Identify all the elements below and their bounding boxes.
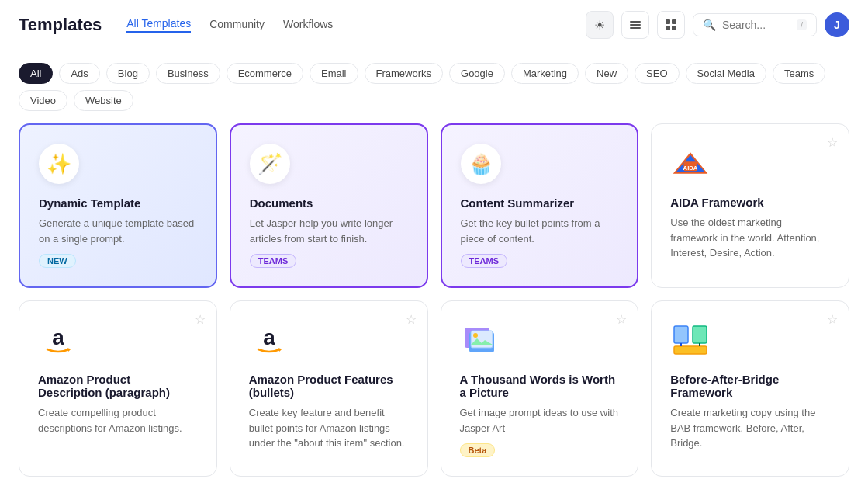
svg-text:AIDA: AIDA	[683, 165, 698, 172]
filter-pill-frameworks[interactable]: Frameworks	[365, 63, 444, 84]
svg-rect-20	[674, 346, 707, 354]
card-title: AIDA Framework	[670, 196, 830, 209]
card-icon: ✨	[39, 144, 79, 184]
card-title: Before-After-Bridge Framework	[670, 373, 830, 399]
card-badge: TEAMS	[461, 254, 508, 268]
card-badge: NEW	[39, 254, 76, 268]
card-amazon-product-features[interactable]: ☆ a Amazon Product Features (bullets) Cr…	[230, 300, 428, 477]
list-view-button[interactable]	[621, 11, 649, 39]
svg-point-16	[473, 333, 478, 338]
filter-pill-blog[interactable]: Blog	[106, 63, 150, 84]
card-desc: Generate a unique template based on a si…	[39, 216, 197, 246]
card-icon: a	[249, 320, 289, 360]
card-icon: 🪄	[250, 144, 290, 184]
card-thousand-words[interactable]: ☆ A Thousand Words is Worth a Picture Ge…	[441, 300, 639, 477]
card-desc: Get the key bullet points from a piece o…	[461, 216, 619, 246]
star-icon[interactable]: ☆	[406, 312, 417, 327]
card-icon	[460, 320, 500, 360]
card-title: Amazon Product Description (paragraph)	[38, 373, 198, 399]
svg-rect-15	[471, 331, 493, 348]
card-desc: Let Jasper help you write longer article…	[250, 216, 408, 246]
filter-pill-ads[interactable]: Ads	[59, 63, 99, 84]
card-icon	[670, 320, 711, 360]
nav-community[interactable]: Community	[209, 18, 265, 32]
card-desc: Create marketing copy using the BAB fram…	[670, 405, 830, 451]
nav-workflows[interactable]: Workflows	[283, 18, 333, 32]
filter-bar: AllAdsBlogBusinessEcommerceEmailFramewor…	[0, 50, 868, 123]
page-title: Templates	[19, 15, 102, 35]
filter-pill-teams[interactable]: Teams	[773, 63, 825, 84]
star-icon[interactable]: ☆	[827, 135, 838, 150]
svg-rect-19	[693, 326, 707, 343]
card-icon: 🧁	[461, 144, 501, 184]
search-shortcut: /	[797, 19, 807, 30]
card-title: A Thousand Words is Worth a Picture	[460, 373, 620, 399]
card-badge: TEAMS	[250, 254, 297, 268]
filter-pill-social-media[interactable]: Social Media	[686, 63, 766, 84]
theme-toggle-button[interactable]: ☀	[586, 11, 614, 39]
svg-rect-18	[674, 326, 688, 343]
star-icon[interactable]: ☆	[827, 312, 838, 327]
nav-tabs: All Templates Community Workflows	[126, 17, 333, 33]
header-right: ☀ 🔍 / J	[586, 11, 849, 39]
avatar: J	[825, 12, 849, 37]
svg-text:a: a	[263, 325, 275, 349]
card-title: Content Summarizer	[461, 196, 619, 210]
svg-rect-6	[672, 26, 676, 30]
card-icon: a	[38, 320, 78, 360]
svg-rect-3	[666, 19, 670, 24]
card-bab-framework[interactable]: ☆ Before-After-Bridge Framework Create m…	[651, 300, 849, 477]
card-desc: Use the oldest marketing framework in th…	[670, 215, 830, 261]
card-content-summarizer[interactable]: 🧁 Content Summarizer Get the key bullet …	[441, 123, 639, 288]
filter-pill-new[interactable]: New	[585, 63, 628, 84]
card-title: Dynamic Template	[39, 196, 197, 210]
filter-pill-ecommerce[interactable]: Ecommerce	[227, 63, 303, 84]
svg-rect-4	[672, 19, 676, 24]
card-documents[interactable]: 🪄 Documents Let Jasper help you write lo…	[230, 123, 428, 288]
svg-rect-2	[630, 27, 641, 29]
filter-pill-marketing[interactable]: Marketing	[511, 63, 579, 84]
card-aida-framework[interactable]: ☆ AIDA AIDA Framework Use the oldest mar…	[651, 123, 849, 288]
card-dynamic-template[interactable]: ✨ Dynamic Template Generate a unique tem…	[19, 123, 217, 288]
filter-pill-website[interactable]: Website	[74, 90, 133, 111]
card-title: Documents	[250, 196, 408, 210]
card-badge: Beta	[460, 443, 496, 457]
header: Templates All Templates Community Workfl…	[0, 0, 868, 50]
grid-view-button[interactable]	[657, 11, 685, 39]
star-icon[interactable]: ☆	[195, 312, 206, 327]
search-box: 🔍 /	[693, 13, 817, 36]
filter-pill-email[interactable]: Email	[310, 63, 358, 84]
cards-grid: ✨ Dynamic Template Generate a unique tem…	[0, 123, 868, 479]
svg-rect-0	[630, 21, 641, 23]
search-input[interactable]	[722, 19, 790, 31]
card-desc: Create key feature and benefit bullet po…	[249, 405, 409, 451]
svg-text:a: a	[52, 325, 64, 349]
filter-pill-business[interactable]: Business	[156, 63, 220, 84]
filter-pill-seo[interactable]: SEO	[635, 63, 679, 84]
filter-pill-google[interactable]: Google	[449, 63, 505, 84]
search-icon: 🔍	[703, 19, 716, 31]
card-desc: Create compelling product descriptions f…	[38, 405, 198, 436]
nav-all-templates[interactable]: All Templates	[126, 17, 191, 33]
card-title: Amazon Product Features (bullets)	[249, 373, 409, 399]
filter-pill-video[interactable]: Video	[19, 90, 67, 111]
card-desc: Get image prompt ideas to use with Jaspe…	[460, 405, 620, 436]
card-amazon-product-desc[interactable]: ☆ a Amazon Product Description (paragrap…	[19, 300, 217, 477]
star-icon[interactable]: ☆	[616, 312, 627, 327]
svg-rect-1	[630, 24, 641, 26]
svg-rect-5	[666, 26, 670, 30]
card-icon: AIDA	[670, 143, 711, 183]
filter-pill-all[interactable]: All	[19, 63, 53, 84]
